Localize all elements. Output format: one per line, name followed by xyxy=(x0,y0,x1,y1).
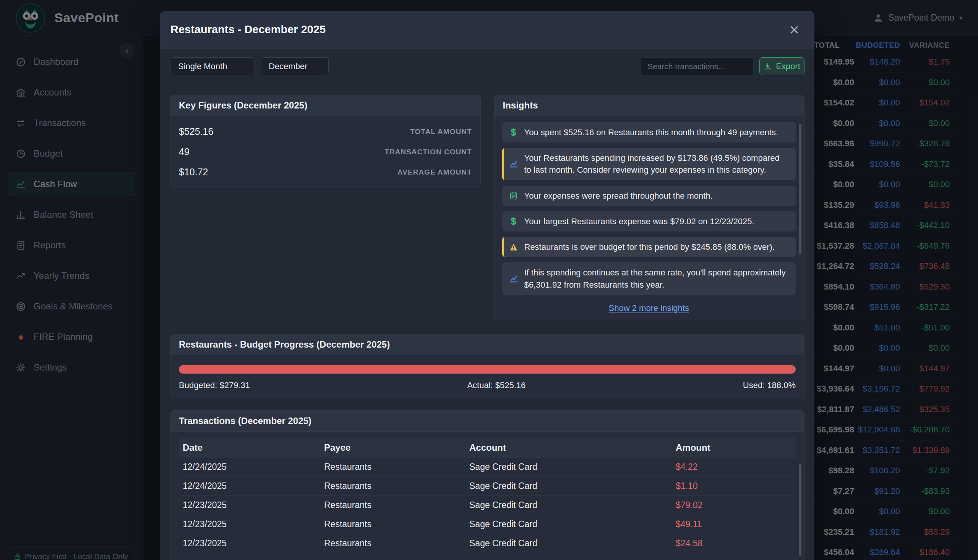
transaction-row: 12/23/2025 Restaurants Sage Credit Card … xyxy=(179,533,796,553)
transaction-payee: Restaurants xyxy=(320,515,466,533)
download-icon xyxy=(764,62,772,71)
search-input[interactable] xyxy=(640,57,754,75)
insight-text: Your expenses were spread throughout the… xyxy=(524,190,713,202)
key-figures-card: Key Figures (December 2025) $525.16 TOTA… xyxy=(170,95,481,188)
summary-row: Key Figures (December 2025) $525.16 TOTA… xyxy=(170,95,804,321)
close-icon[interactable]: × xyxy=(789,22,799,38)
budget-progress-body: Budgeted: $279.31 Actual: $525.16 Used: … xyxy=(170,355,804,399)
key-figure-label: TRANSACTION COUNT xyxy=(384,148,472,156)
budget-progress-card: Restaurants - Budget Progress (December … xyxy=(170,334,804,399)
insight-text: Restaurants is over budget for this peri… xyxy=(524,241,775,253)
calendar-icon xyxy=(509,191,518,200)
insight-text: Your largest Restaurants expense was $79… xyxy=(524,215,754,227)
insight-item: Your Restaurants spending increased by $… xyxy=(502,148,796,180)
transaction-payee: Restaurants xyxy=(320,476,466,495)
transaction-payee: Restaurants xyxy=(320,458,466,477)
key-figure-row: $10.72 AVERAGE AMOUNT xyxy=(179,162,472,182)
transaction-date: 12/23/2025 xyxy=(179,533,320,553)
transaction-row: 12/24/2025 Restaurants Sage Credit Card … xyxy=(179,458,796,477)
column-header-date: Date xyxy=(179,438,320,458)
insight-text: Your Restaurants spending increased by $… xyxy=(524,152,789,176)
transactions-header-row: Date Payee Account Amount xyxy=(179,438,796,458)
key-figure-row: $525.16 TOTAL AMOUNT xyxy=(179,122,472,142)
transaction-date: 12/23/2025 xyxy=(179,515,320,533)
transaction-date: 12/23/2025 xyxy=(179,495,320,515)
modal-header: Restaurants - December 2025 × xyxy=(160,11,814,48)
transaction-row: 12/23/2025 Restaurants Sage Credit Card … xyxy=(179,495,796,515)
key-figures-body: $525.16 TOTAL AMOUNT 49 TRANSACTION COUN… xyxy=(170,116,481,188)
insight-item: Your expenses were spread throughout the… xyxy=(502,186,796,206)
budget-progress-bar xyxy=(179,365,796,373)
transaction-amount: $24.58 xyxy=(672,533,796,553)
insight-text: If this spending continues at the same r… xyxy=(524,267,789,290)
column-header-payee: Payee xyxy=(320,438,466,458)
transaction-payee: Restaurants xyxy=(320,533,466,553)
modal-toolbar: Single Month December Export xyxy=(170,57,804,75)
key-figure-value: $10.72 xyxy=(179,167,208,178)
budget-progress-title: Restaurants - Budget Progress (December … xyxy=(170,334,804,355)
key-figure-label: TOTAL AMOUNT xyxy=(410,128,472,136)
transactions-title: Transactions (December 2025) xyxy=(170,411,804,432)
key-figures-title: Key Figures (December 2025) xyxy=(170,95,481,116)
transaction-amount: $1.10 xyxy=(672,476,796,495)
transaction-account: Sage Credit Card xyxy=(466,458,672,477)
key-figure-value: 49 xyxy=(179,146,190,157)
insight-item: $ You spent $525.16 on Restaurants this … xyxy=(502,122,796,142)
transaction-amount: $49.11 xyxy=(672,515,796,533)
column-header-account: Account xyxy=(466,438,672,458)
actual-label: Actual: $525.16 xyxy=(467,380,526,390)
dollar-icon: $ xyxy=(509,217,518,226)
transaction-row: 12/24/2025 Restaurants Sage Credit Card … xyxy=(179,476,796,495)
transactions-scrollbar[interactable] xyxy=(799,464,801,556)
month-select[interactable]: December xyxy=(260,57,329,75)
column-header-amount: Amount xyxy=(672,438,796,458)
transaction-row: 12/23/2025 Restaurants Sage Credit Card … xyxy=(179,515,796,533)
transaction-account: Sage Credit Card xyxy=(466,515,672,533)
modal-title: Restaurants - December 2025 xyxy=(170,23,325,36)
insights-body: $ You spent $525.16 on Restaurants this … xyxy=(494,116,804,321)
dollar-icon: $ xyxy=(509,128,518,137)
export-button-label: Export xyxy=(776,62,800,72)
transactions-card: Transactions (December 2025) Date Payee … xyxy=(170,410,804,560)
period-select[interactable]: Single Month xyxy=(170,57,255,75)
key-figure-row: 49 TRANSACTION COUNT xyxy=(179,142,472,162)
transactions-body: Date Payee Account Amount 12/24/2025 Res… xyxy=(170,432,804,560)
insight-text: You spent $525.16 on Restaurants this mo… xyxy=(524,127,778,138)
insight-item: If this spending continues at the same r… xyxy=(502,262,796,295)
transaction-amount: $4.22 xyxy=(672,458,796,477)
transaction-account: Sage Credit Card xyxy=(466,476,672,495)
budgeted-label: Budgeted: $279.31 xyxy=(179,380,250,390)
insights-scrollbar[interactable] xyxy=(799,124,801,253)
chart-icon xyxy=(509,159,518,168)
transaction-amount: $79.02 xyxy=(672,495,796,515)
transaction-date: 12/24/2025 xyxy=(179,476,320,495)
show-more-insights: Show 2 more insights xyxy=(502,303,796,313)
export-button[interactable]: Export xyxy=(759,57,804,75)
category-detail-modal: Restaurants - December 2025 × Single Mon… xyxy=(160,11,814,560)
transaction-date: 12/24/2025 xyxy=(179,458,320,477)
budget-progress-labels: Budgeted: $279.31 Actual: $525.16 Used: … xyxy=(179,380,796,390)
warning-icon xyxy=(509,243,518,252)
used-label: Used: 188.0% xyxy=(743,380,796,390)
transaction-account: Sage Credit Card xyxy=(466,495,672,515)
insight-item: $ Your largest Restaurants expense was $… xyxy=(502,211,796,232)
chart-icon xyxy=(509,274,518,283)
insight-item: Restaurants is over budget for this peri… xyxy=(502,237,796,257)
transactions-table: Date Payee Account Amount 12/24/2025 Res… xyxy=(179,438,796,553)
insights-title: Insights xyxy=(494,95,804,116)
key-figure-label: AVERAGE AMOUNT xyxy=(397,168,472,177)
transaction-account: Sage Credit Card xyxy=(466,533,672,553)
transaction-payee: Restaurants xyxy=(320,495,466,515)
key-figure-value: $525.16 xyxy=(179,126,213,137)
insights-card: Insights $ You spent $525.16 on Restaura… xyxy=(494,95,805,321)
show-more-insights-link[interactable]: Show 2 more insights xyxy=(609,303,689,313)
